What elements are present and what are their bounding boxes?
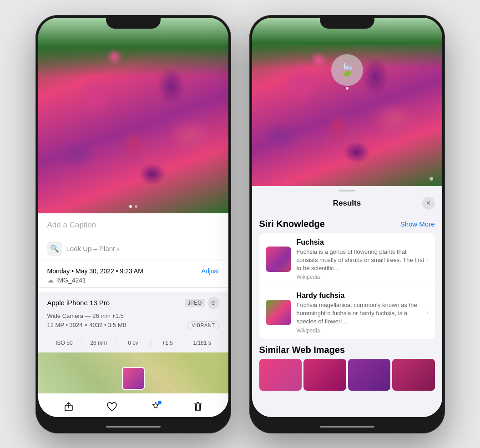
fuchsia-thumbnail [266, 247, 291, 272]
hardy-fuchsia-text: Hardy fuchsia Fuchsia magellanica, commo… [297, 292, 426, 334]
photo-dot-2 [135, 205, 137, 208]
right-phone: 🍃 Results ✕ Siri Knowledge Show Mo [249, 15, 445, 433]
device-name: Apple iPhone 13 Pro [47, 299, 110, 307]
siri-dot [346, 87, 349, 90]
fuchsia-description: Fuchsia is a genus of flowering plants t… [297, 248, 426, 273]
lookup-label: Look Up – [66, 245, 97, 252]
toolbar [38, 396, 228, 417]
share-button[interactable] [64, 402, 74, 412]
home-indicator-left [106, 426, 161, 428]
fuchsia-title: Fuchsia [297, 238, 426, 247]
info-button[interactable] [151, 402, 161, 412]
hardy-fuchsia-description: Fuchsia magellanica, commonly known as t… [297, 301, 426, 326]
flower-photo-right: 🍃 [252, 18, 442, 186]
camera-specs: Wide Camera — 26 mm ƒ1.5 [47, 312, 219, 319]
fuchsia-chevron: › [426, 256, 429, 263]
lookup-text: Look Up – Plant › [66, 245, 119, 252]
mp-text: 12 MP • 3024 × 4032 • 3.5 MB [47, 322, 127, 328]
results-title: Results [272, 199, 422, 208]
date-section: Monday • May 30, 2022 • 9:23 AM Adjust ☁… [38, 261, 228, 288]
date-text: Monday • May 30, 2022 • 9:23 AM [47, 267, 143, 275]
filename-text: IMG_4241 [56, 277, 86, 284]
home-indicator-right [320, 426, 374, 428]
map-section[interactable] [38, 352, 228, 393]
fuchsia-item[interactable]: Fuchsia Fuchsia is a genus of flowering … [259, 233, 435, 287]
siri-leaf-icon: 🍃 [339, 62, 355, 77]
web-image-3[interactable] [348, 359, 391, 391]
lookup-row[interactable]: 🔍 Look Up – Plant › [38, 237, 228, 261]
results-panel: Results ✕ Siri Knowledge Show More [252, 186, 442, 417]
results-header: Results ✕ [252, 193, 442, 215]
web-image-2[interactable] [303, 359, 346, 391]
adjust-button[interactable]: Adjust [202, 267, 219, 275]
map-thumbnail [122, 367, 145, 390]
siri-knowledge-header: Siri Knowledge Show More [259, 215, 435, 233]
knowledge-card: Fuchsia Fuchsia is a genus of flowering … [259, 233, 435, 339]
hardy-fuchsia-item[interactable]: Hardy fuchsia Fuchsia magellanica, commo… [259, 286, 435, 339]
left-phone: Add a Caption 🔍 Look Up – Plant › Monday… [35, 15, 231, 433]
exif-shutter: 1/181 s [185, 339, 219, 347]
fuchsia-source: Wikipedia [297, 274, 426, 280]
siri-knowledge-title: Siri Knowledge [259, 219, 325, 229]
exif-ev: 0 ev [116, 339, 151, 347]
hardy-fuchsia-thumbnail [266, 300, 291, 325]
photo-dot-1 [129, 205, 132, 208]
flower-photo-left [38, 18, 228, 213]
similar-web-images-section: Similar Web Images [259, 345, 435, 391]
delete-button[interactable] [193, 402, 202, 412]
hardy-fuchsia-chevron: › [426, 309, 429, 316]
fuchsia-text: Fuchsia Fuchsia is a genus of flowering … [297, 238, 426, 281]
show-more-button[interactable]: Show More [400, 220, 435, 228]
exif-row: ISO 50 26 mm 0 ev ƒ1.5 1/181 s [47, 334, 219, 347]
location-badge: ⊙ [207, 297, 219, 309]
phones-container: Add a Caption 🔍 Look Up – Plant › Monday… [35, 15, 445, 433]
device-badges: JPEG ⊙ [185, 297, 219, 309]
close-button[interactable]: ✕ [422, 197, 435, 210]
lookup-chevron: › [116, 246, 119, 252]
siri-lookup-bubble[interactable]: 🍃 [331, 54, 363, 86]
caption-field[interactable]: Add a Caption [38, 213, 228, 237]
web-image-1[interactable] [259, 359, 302, 391]
hardy-fuchsia-title: Hardy fuchsia [297, 292, 426, 300]
web-images-row [259, 359, 435, 391]
info-notification-dot [157, 400, 162, 405]
exif-aperture: ƒ1.5 [151, 339, 185, 347]
cloud-icon: ☁ [47, 277, 54, 284]
right-phone-screen: 🍃 Results ✕ Siri Knowledge Show Mo [252, 18, 442, 417]
info-section: Add a Caption 🔍 Look Up – Plant › Monday… [38, 213, 228, 396]
jpeg-badge: JPEG [185, 299, 204, 307]
hardy-fuchsia-source: Wikipedia [297, 327, 426, 334]
favorite-button[interactable] [106, 402, 117, 412]
web-image-4[interactable] [392, 359, 435, 391]
similar-web-images-title: Similar Web Images [259, 345, 435, 355]
exif-focal: 26 mm [81, 339, 116, 347]
left-phone-screen: Add a Caption 🔍 Look Up – Plant › Monday… [38, 18, 228, 417]
results-content: Siri Knowledge Show More Fuchsia Fuchsia… [252, 215, 442, 417]
vibrant-badge: VIBRANT [187, 321, 219, 329]
panel-handle [339, 190, 355, 191]
lookup-subject: Plant [97, 245, 115, 252]
device-section: Apple iPhone 13 Pro JPEG ⊙ Wide Camera —… [38, 292, 228, 352]
exif-iso: ISO 50 [47, 339, 82, 347]
photo-indicator-dot [429, 177, 433, 181]
visual-lookup-icon: 🔍 [47, 242, 62, 256]
